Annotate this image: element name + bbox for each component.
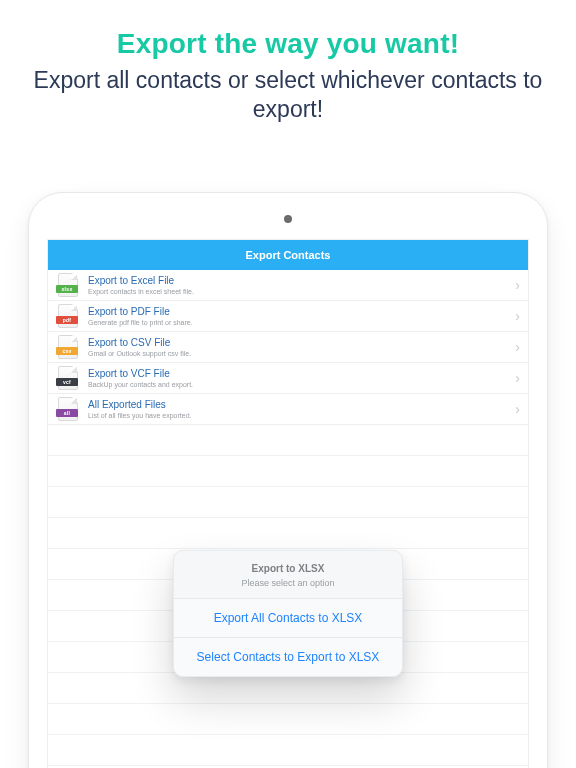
row-sub: Generate pdf file to print or share. [88, 319, 505, 326]
hero-subline: Export all contacts or select whichever … [20, 66, 556, 124]
file-tag: all [56, 409, 78, 417]
file-icon: csv [58, 335, 78, 359]
tablet-camera-dot [284, 215, 292, 223]
hero-headline: Export the way you want! [20, 28, 556, 60]
row-export-vcf[interactable]: vcf Export to VCF File BackUp your conta… [48, 363, 528, 394]
chevron-right-icon: › [515, 277, 520, 293]
list-filler [48, 673, 528, 704]
chevron-right-icon: › [515, 370, 520, 386]
file-tag: vcf [56, 378, 78, 386]
file-tag: pdf [56, 316, 78, 324]
row-title: Export to PDF File [88, 307, 505, 317]
app-screen: Export Contacts xlsx Export to Excel Fil… [47, 239, 529, 768]
row-all-exported[interactable]: all All Exported Files List of all files… [48, 394, 528, 425]
list-filler [48, 518, 528, 549]
list-filler [48, 735, 528, 766]
row-title: All Exported Files [88, 400, 505, 410]
file-icon: all [58, 397, 78, 421]
chevron-right-icon: › [515, 401, 520, 417]
list-filler [48, 487, 528, 518]
file-tag: xlsx [56, 285, 78, 293]
tablet-frame: Export Contacts xlsx Export to Excel Fil… [28, 192, 548, 768]
action-sheet-title: Export to XLSX [186, 563, 390, 574]
row-sub: Gmail or Outlook support csv file. [88, 350, 505, 357]
list-filler [48, 425, 528, 456]
action-sheet: Export to XLSX Please select an option E… [173, 550, 403, 677]
chevron-right-icon: › [515, 339, 520, 355]
row-title: Export to VCF File [88, 369, 505, 379]
row-sub: List of all files you have exported. [88, 412, 505, 419]
marketing-hero: Export the way you want! Export all cont… [0, 0, 576, 142]
row-export-excel[interactable]: xlsx Export to Excel File Export contact… [48, 270, 528, 301]
list-filler [48, 704, 528, 735]
select-contacts-button[interactable]: Select Contacts to Export to XLSX [174, 637, 402, 676]
action-sheet-message: Please select an option [186, 578, 390, 588]
row-export-csv[interactable]: csv Export to CSV File Gmail or Outlook … [48, 332, 528, 363]
navbar: Export Contacts [48, 240, 528, 270]
export-list: xlsx Export to Excel File Export contact… [48, 270, 528, 768]
row-sub: Export contacts in excel sheet file. [88, 288, 505, 295]
navbar-title: Export Contacts [246, 249, 331, 261]
export-all-button[interactable]: Export All Contacts to XLSX [174, 599, 402, 637]
row-title: Export to Excel File [88, 276, 505, 286]
row-title: Export to CSV File [88, 338, 505, 348]
row-export-pdf[interactable]: pdf Export to PDF File Generate pdf file… [48, 301, 528, 332]
file-icon: pdf [58, 304, 78, 328]
list-filler [48, 456, 528, 487]
file-tag: csv [56, 347, 78, 355]
file-icon: vcf [58, 366, 78, 390]
chevron-right-icon: › [515, 308, 520, 324]
row-sub: BackUp your contacts and export. [88, 381, 505, 388]
file-icon: xlsx [58, 273, 78, 297]
